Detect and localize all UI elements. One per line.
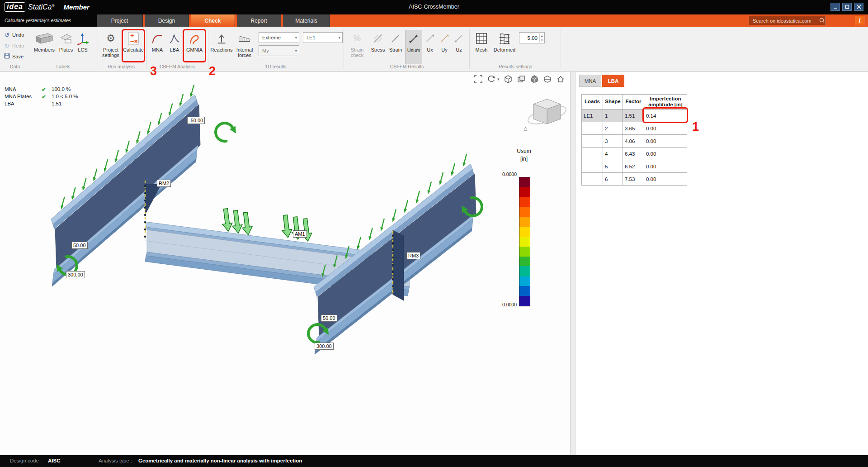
stress-button[interactable]: Stress xyxy=(370,30,386,64)
main-tab-strip: Calculate yesterday's estimates Project … xyxy=(0,14,868,27)
model-scene: ⌂ xyxy=(0,72,570,455)
colorbar-min-value: 0.0000 xyxy=(490,302,517,307)
tab-project[interactable]: Project xyxy=(97,14,143,27)
load-value-label: 300.00 xyxy=(66,271,85,278)
mna-curve-icon xyxy=(151,30,164,47)
tab-materials[interactable]: Materials xyxy=(283,14,330,27)
lba-curve-icon xyxy=(168,30,181,47)
wireframe-cube-icon[interactable] xyxy=(504,75,513,83)
minimize-button[interactable] xyxy=(830,3,840,11)
check-icon: ✔ xyxy=(42,86,52,93)
tab-check[interactable]: Check xyxy=(191,14,235,27)
window-controls xyxy=(830,3,863,11)
home-view-icon[interactable] xyxy=(557,75,565,83)
redo-icon: ↻ xyxy=(4,42,10,49)
group-label-cbfem-analysis: CBFEM Analysis xyxy=(148,64,206,69)
chevron-down-icon: ▾ xyxy=(338,35,340,40)
undo-icon: ↺ xyxy=(4,31,10,38)
minimize-icon xyxy=(833,5,838,9)
faces-view-icon[interactable] xyxy=(517,75,526,83)
mesh-button[interactable]: Mesh xyxy=(472,30,491,64)
orbit-view-icon[interactable] xyxy=(487,75,495,83)
chevron-down-icon[interactable]: ▾ xyxy=(497,77,500,81)
analysis-type-label: Analysis type : xyxy=(99,458,132,463)
imperfection-amplitude-cell[interactable]: 0.14 xyxy=(644,110,687,122)
panel-splitter[interactable] xyxy=(570,72,576,455)
extreme-dropdown[interactable]: Extreme▾ xyxy=(259,32,299,43)
spin-up-icon[interactable]: ▴ xyxy=(540,33,544,38)
panel-tab-mna[interactable]: MNA xyxy=(579,75,601,87)
usum-button[interactable]: Usum xyxy=(405,30,422,64)
reactions-icon xyxy=(215,30,228,47)
lba-button[interactable]: LBA xyxy=(166,30,183,64)
tab-design[interactable]: Design xyxy=(145,14,189,27)
load-value-label: 50.00 xyxy=(321,315,337,322)
design-code-value: AISC xyxy=(48,458,60,463)
colorbar-max-value: 0.0000 xyxy=(490,172,517,177)
table-row: 4 6.43 0.00 xyxy=(582,148,687,160)
info-button[interactable]: i xyxy=(855,16,864,25)
status-row-lba: LBA 1.51 xyxy=(5,101,61,106)
spin-down-icon[interactable]: ▾ xyxy=(540,38,544,43)
reactions-button[interactable]: Reactions xyxy=(211,30,232,64)
undo-button[interactable]: ↺Undo xyxy=(4,31,24,38)
close-button[interactable] xyxy=(854,3,863,11)
tab-report[interactable]: Report xyxy=(237,14,281,27)
calculate-button[interactable]: Calculate xyxy=(123,30,144,64)
results-panel: MNA LBA Loads Shape Factor Imperfection … xyxy=(576,72,868,455)
strain-check-button[interactable]: % Strain check xyxy=(346,30,368,64)
load-value-label: 50.00 xyxy=(71,242,88,249)
fit-view-icon[interactable] xyxy=(474,75,482,83)
tagline: Calculate yesterday's estimates xyxy=(5,18,71,23)
tagline-block: Calculate yesterday's estimates xyxy=(0,14,97,27)
mna-button[interactable]: MNA xyxy=(149,30,165,64)
colorbar-title: Usum xyxy=(510,148,538,154)
deformed-scale-stepper[interactable]: ▴ ▾ xyxy=(519,32,545,43)
members-button[interactable]: Members xyxy=(33,30,56,64)
clipping-plane-icon[interactable] xyxy=(543,75,552,83)
maximize-icon xyxy=(845,5,849,9)
uz-button[interactable]: Uz xyxy=(452,30,466,64)
ribbon: ↺Undo ↻Redo Save Data Members Plates LCS… xyxy=(0,27,868,72)
solid-cube-icon[interactable] xyxy=(530,75,539,83)
lcs-button[interactable]: LCS xyxy=(75,30,90,64)
group-label-1d-results: 1D results xyxy=(246,64,305,69)
group-label-results-settings: Results settings xyxy=(483,64,548,69)
viewport-3d-canvas[interactable]: ⌂ MNA ✔ 100.0 % MNA Plates ✔ 1.0 < 5.0 %… xyxy=(0,72,570,455)
maximize-button[interactable] xyxy=(842,3,852,11)
stress-icon xyxy=(373,30,383,47)
plates-button[interactable]: Plates xyxy=(58,30,74,64)
annotation-number-1: 1 xyxy=(692,120,699,134)
svg-text:⌂: ⌂ xyxy=(524,124,528,132)
group-label-data: Data xyxy=(3,64,27,69)
colorbar-unit: [in] xyxy=(510,156,538,162)
save-icon xyxy=(4,53,10,60)
strain-icon xyxy=(390,30,401,47)
load-case-dropdown[interactable]: LE1▾ xyxy=(303,32,343,43)
redo-button[interactable]: ↻Redo xyxy=(4,42,24,49)
deformed-mesh-icon xyxy=(498,30,511,47)
chevron-down-icon: ▾ xyxy=(295,35,297,40)
project-settings-button[interactable]: ⚙ Project settings xyxy=(100,30,121,64)
design-code-label: Design code : xyxy=(10,458,42,463)
gmnia-button[interactable]: GMNIA xyxy=(184,30,205,64)
buckling-shapes-table: Loads Shape Factor Imperfection amplitud… xyxy=(581,94,687,186)
table-row: 2 3.65 0.00 xyxy=(582,122,687,135)
save-button[interactable]: Save xyxy=(4,53,24,60)
member-label-am1: AM1 xyxy=(293,230,307,238)
table-row: LE1 1 1.51 0.14 xyxy=(582,110,687,122)
uy-icon xyxy=(439,30,449,47)
deformed-scale-input[interactable] xyxy=(519,35,539,41)
lcs-icon xyxy=(76,30,89,47)
my-dropdown[interactable]: My▾ xyxy=(259,45,299,56)
search-input[interactable] xyxy=(749,18,819,24)
deformed-button[interactable]: Deformed xyxy=(493,30,516,64)
ux-button[interactable]: Ux xyxy=(423,30,437,64)
members-icon xyxy=(34,30,54,47)
search-box[interactable] xyxy=(749,16,826,25)
uz-icon xyxy=(454,30,464,47)
uy-button[interactable]: Uy xyxy=(438,30,451,64)
panel-tab-lba[interactable]: LBA xyxy=(602,75,624,87)
internal-forces-button[interactable]: Internal forces xyxy=(233,30,256,64)
strain-button[interactable]: Strain xyxy=(387,30,404,64)
